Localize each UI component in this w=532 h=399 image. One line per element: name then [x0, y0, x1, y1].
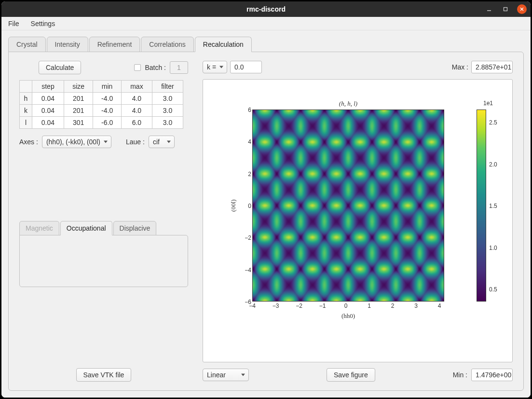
app-window: rmc-discord File Settings Crystal: [1, 1, 531, 398]
colorbar-ticks: 2.5 2.0 1.5 1.0 0.5: [489, 110, 504, 302]
cell[interactable]: 201: [64, 105, 93, 117]
cell[interactable]: 0.04: [32, 105, 64, 117]
ylabel: (00l): [227, 110, 239, 302]
colorbar-exponent: 1e1: [483, 100, 493, 107]
cell[interactable]: 3.0: [152, 117, 183, 129]
close-icon[interactable]: [517, 4, 527, 14]
cell[interactable]: 0.04: [32, 117, 64, 129]
cell[interactable]: 6.0: [121, 117, 152, 129]
xticks: −4 −3 −2 −1 0 1 2 3 4: [252, 303, 444, 309]
cell[interactable]: 301: [64, 117, 93, 129]
laue-select[interactable]: cif: [149, 136, 175, 148]
tab-crystal[interactable]: Crystal: [8, 37, 46, 52]
k-input[interactable]: 0.0: [230, 61, 262, 73]
cell[interactable]: 0.04: [32, 93, 64, 105]
max-label: Max :: [452, 63, 468, 71]
col-max: max: [121, 81, 152, 93]
minimize-icon[interactable]: [484, 4, 494, 14]
col-filter: filter: [152, 81, 183, 93]
maximize-icon[interactable]: [501, 4, 510, 14]
plot-title: (h, h, l): [252, 100, 444, 108]
cell[interactable]: 3.0: [152, 93, 183, 105]
k-select[interactable]: k =: [203, 61, 227, 73]
min-label: Min :: [453, 371, 467, 379]
svg-rect-1: [504, 8, 507, 11]
plot-area: (h, h, l) (00l) (hh0) −4 −3 −2 −1 0: [203, 79, 513, 362]
colorbar: [477, 110, 486, 302]
cell[interactable]: 3.0: [152, 105, 183, 117]
cell[interactable]: 4.0: [121, 93, 152, 105]
table-row: l 0.04 301 -6.0 6.0 3.0: [20, 117, 183, 129]
axes-label: Axes :: [19, 138, 38, 146]
batch-label: Batch :: [145, 64, 166, 71]
table-row: h 0.04 201 -4.0 4.0 3.0: [20, 93, 183, 105]
heatmap-canvas: [252, 110, 444, 302]
cell[interactable]: -6.0: [93, 117, 122, 129]
save-vtk-button[interactable]: Save VTK file: [76, 368, 132, 382]
subtab-displacive[interactable]: Displacive: [113, 221, 157, 235]
scale-select[interactable]: Linear: [203, 369, 249, 381]
row-h-label: h: [20, 93, 32, 105]
titlebar: rmc-discord: [1, 1, 531, 17]
subtab-magnetic: Magnetic: [19, 221, 59, 235]
scale-value: Linear: [207, 371, 226, 379]
tab-recalculation[interactable]: Recalculation: [195, 37, 252, 52]
k-label: k =: [207, 63, 216, 71]
cell[interactable]: -4.0: [93, 105, 122, 117]
cell[interactable]: -4.0: [93, 93, 122, 105]
tab-intensity[interactable]: Intensity: [47, 37, 88, 52]
laue-label: Laue :: [126, 138, 145, 146]
save-figure-button[interactable]: Save figure: [327, 368, 375, 382]
tab-refinement[interactable]: Refinement: [89, 37, 140, 52]
axes-value: (hh0), (-kk0), (00l): [46, 138, 100, 146]
col-step: step: [32, 81, 64, 93]
min-input[interactable]: 1.4796e+00: [471, 369, 513, 381]
window-title: rmc-discord: [246, 5, 286, 13]
tab-panel: Calculate Batch : 1 step size min max: [8, 52, 524, 391]
sub-tabs: Magnetic Occupational Displacive: [19, 220, 188, 235]
table-header-row: step size min max filter: [20, 81, 183, 93]
tab-correlations[interactable]: Correlations: [141, 37, 193, 52]
row-l-label: l: [20, 117, 32, 129]
yticks: −6 −4 −2 0 2 4 6: [240, 110, 251, 302]
menu-file[interactable]: File: [6, 19, 21, 28]
menu-settings[interactable]: Settings: [29, 19, 57, 28]
row-k-label: k: [20, 105, 32, 117]
cell[interactable]: 4.0: [121, 105, 152, 117]
col-min: min: [93, 81, 122, 93]
laue-value: cif: [153, 138, 160, 146]
main-tabs: Crystal Intensity Refinement Correlation…: [8, 36, 524, 52]
table-row: k 0.04 201 -4.0 4.0 3.0: [20, 105, 183, 117]
batch-input: 1: [170, 61, 188, 74]
hkl-table: step size min max filter h 0.04 201 -4.0…: [19, 80, 183, 129]
axes-select[interactable]: (hh0), (-kk0), (00l): [42, 136, 111, 148]
col-size: size: [64, 81, 93, 93]
cell[interactable]: 201: [64, 93, 93, 105]
calculate-button[interactable]: Calculate: [39, 61, 81, 74]
subtab-occupational[interactable]: Occupational: [60, 221, 112, 235]
xlabel: (hh0): [252, 312, 444, 320]
subtab-panel: [19, 235, 188, 287]
menubar: File Settings: [1, 17, 531, 30]
max-input[interactable]: 2.8857e+01: [471, 61, 513, 73]
batch-checkbox[interactable]: [134, 64, 141, 71]
